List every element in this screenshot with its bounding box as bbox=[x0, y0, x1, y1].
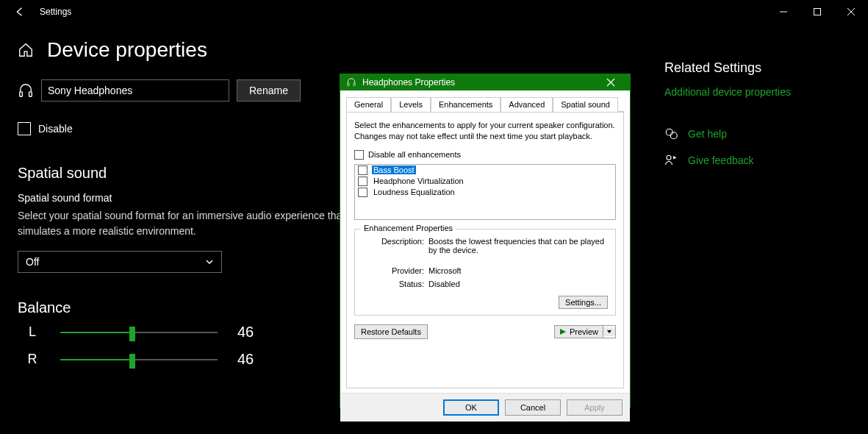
cancel-button[interactable]: Cancel bbox=[505, 399, 561, 416]
tab-content-enhancements: Select the enhancements to apply for you… bbox=[346, 112, 624, 388]
enhancement-properties-group: Enhancement Properties Description: Boos… bbox=[354, 229, 616, 316]
tab-spatial-sound[interactable]: Spatial sound bbox=[553, 97, 618, 112]
additional-properties-link[interactable]: Additional device properties bbox=[664, 86, 868, 98]
balance-left-value: 46 bbox=[231, 324, 260, 341]
play-icon bbox=[559, 328, 567, 335]
close-button[interactable] bbox=[834, 0, 868, 24]
rename-button[interactable]: Rename bbox=[237, 79, 301, 102]
dialog-titlebar[interactable]: Headphones Properties bbox=[340, 74, 630, 90]
enhancement-item-bass-boost[interactable]: Bass Boost bbox=[355, 165, 615, 176]
ok-button[interactable]: OK bbox=[443, 399, 499, 416]
window-title: Settings bbox=[40, 7, 71, 17]
headphone-virtualization-checkbox[interactable] bbox=[358, 177, 367, 186]
loudness-equalization-label: Loudness Equalization bbox=[372, 188, 456, 196]
provider-value: Microsoft bbox=[428, 266, 608, 275]
svg-rect-8 bbox=[354, 83, 355, 86]
settings-titlebar: Settings bbox=[0, 0, 868, 24]
description-value: Boosts the lowest frequencies that can b… bbox=[428, 237, 608, 255]
bass-boost-checkbox[interactable] bbox=[358, 166, 367, 175]
headphone-icon bbox=[18, 82, 34, 99]
minimize-button[interactable] bbox=[767, 0, 800, 24]
properties-dialog: Headphones Properties General Levels Enh… bbox=[340, 74, 631, 408]
svg-point-6 bbox=[667, 155, 671, 160]
tab-enhancements[interactable]: Enhancements bbox=[431, 97, 501, 112]
enhancement-item-headphone-virtualization[interactable]: Headphone Virtualization bbox=[355, 176, 615, 187]
svg-rect-2 bbox=[20, 92, 23, 96]
maximize-button[interactable] bbox=[800, 0, 834, 24]
provider-label: Provider: bbox=[362, 266, 424, 275]
loudness-equalization-checkbox[interactable] bbox=[358, 188, 367, 197]
enhancements-intro: Select the enhancements to apply for you… bbox=[354, 120, 616, 143]
enhancement-settings-button[interactable]: Settings... bbox=[559, 296, 608, 309]
enhancements-list[interactable]: Bass Boost Headphone Virtualization Loud… bbox=[354, 164, 616, 220]
page-title: Device properties bbox=[47, 38, 207, 62]
apply-button[interactable]: Apply bbox=[567, 399, 623, 416]
enhancement-item-loudness-equalization[interactable]: Loudness Equalization bbox=[355, 187, 615, 198]
dialog-button-row: OK Cancel Apply bbox=[340, 393, 630, 421]
preview-split-button[interactable]: Preview bbox=[554, 325, 616, 338]
chevron-down-icon bbox=[205, 257, 214, 266]
related-settings-heading: Related Settings bbox=[664, 60, 868, 76]
disable-label: Disable bbox=[38, 123, 73, 135]
feedback-icon bbox=[664, 154, 679, 167]
status-label: Status: bbox=[362, 280, 424, 288]
home-icon[interactable] bbox=[18, 42, 34, 58]
give-feedback-link[interactable]: Give feedback bbox=[688, 154, 754, 166]
disable-all-checkbox[interactable] bbox=[354, 150, 364, 160]
headphone-virtualization-label: Headphone Virtualization bbox=[372, 177, 465, 185]
device-name-input[interactable] bbox=[41, 79, 229, 102]
preview-button[interactable]: Preview bbox=[555, 326, 603, 338]
spatial-format-value: Off bbox=[26, 256, 39, 268]
enhancement-properties-legend: Enhancement Properties bbox=[361, 224, 456, 232]
restore-defaults-button[interactable]: Restore Defaults bbox=[354, 324, 428, 339]
disable-checkbox[interactable] bbox=[18, 122, 31, 135]
svg-rect-3 bbox=[29, 92, 32, 96]
headphone-icon bbox=[346, 77, 356, 88]
bass-boost-label: Bass Boost bbox=[372, 166, 416, 174]
svg-rect-1 bbox=[814, 9, 821, 15]
preview-dropdown-arrow[interactable] bbox=[603, 327, 615, 336]
dialog-title: Headphones Properties bbox=[362, 77, 598, 88]
tab-advanced[interactable]: Advanced bbox=[501, 97, 553, 112]
balance-right-value: 46 bbox=[231, 351, 260, 368]
balance-right-label: R bbox=[18, 352, 47, 367]
dialog-close-button[interactable] bbox=[598, 74, 624, 90]
tab-general[interactable]: General bbox=[346, 97, 391, 112]
balance-right-slider[interactable] bbox=[60, 352, 218, 368]
status-value: Disabled bbox=[428, 280, 608, 288]
description-label: Description: bbox=[362, 237, 424, 255]
spatial-format-dropdown[interactable]: Off bbox=[18, 251, 222, 273]
back-button[interactable] bbox=[12, 4, 26, 19]
svg-point-5 bbox=[670, 132, 677, 139]
balance-left-label: L bbox=[18, 324, 47, 340]
dialog-tab-strip: General Levels Enhancements Advanced Spa… bbox=[346, 96, 624, 112]
help-icon bbox=[664, 127, 679, 140]
svg-point-4 bbox=[666, 129, 672, 135]
tab-levels[interactable]: Levels bbox=[391, 97, 431, 112]
get-help-link[interactable]: Get help bbox=[688, 128, 727, 140]
spatial-description: Select your spatial sound format for an … bbox=[18, 208, 385, 239]
disable-all-label: Disable all enhancements bbox=[368, 150, 461, 159]
preview-label: Preview bbox=[570, 327, 598, 336]
balance-left-slider[interactable] bbox=[60, 324, 218, 341]
svg-rect-7 bbox=[348, 83, 349, 86]
